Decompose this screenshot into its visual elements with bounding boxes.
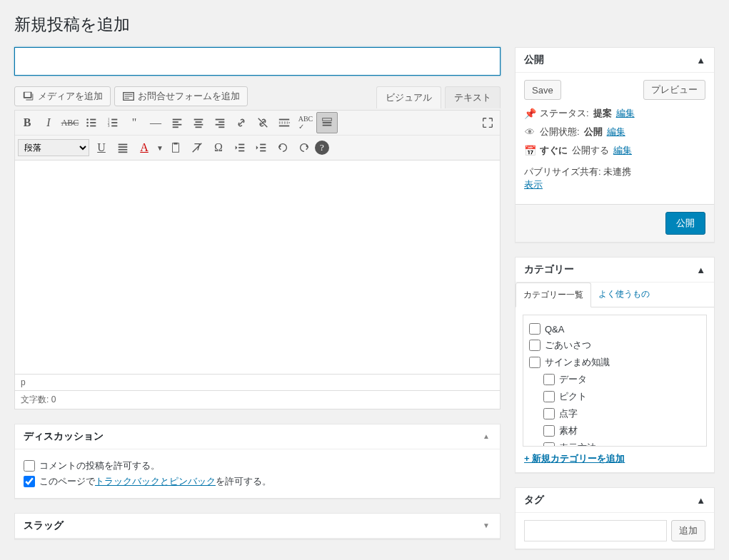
svg-rect-21 bbox=[218, 121, 224, 123]
redo-button[interactable] bbox=[293, 137, 315, 158]
status-row: 📌 ステータス: 提案 編集 bbox=[524, 107, 705, 120]
text-color-button[interactable]: A bbox=[134, 137, 155, 158]
undo-button[interactable] bbox=[272, 137, 293, 158]
allow-pings-checkbox[interactable] bbox=[24, 476, 35, 487]
svg-rect-4 bbox=[90, 122, 96, 123]
allow-comments-row[interactable]: コメントの投稿を許可する。 bbox=[24, 459, 491, 472]
link-button[interactable] bbox=[231, 112, 252, 133]
number-list-button[interactable]: 123 bbox=[102, 112, 124, 133]
editor-statusbar: p bbox=[14, 375, 501, 391]
category-item[interactable]: 表示方法 bbox=[529, 439, 700, 447]
more-button[interactable] bbox=[273, 112, 295, 133]
align-left-button[interactable] bbox=[166, 112, 188, 133]
svg-rect-11 bbox=[111, 126, 117, 127]
align-right-button[interactable] bbox=[209, 112, 231, 133]
discussion-header[interactable]: ディスカッション ▲ bbox=[15, 424, 500, 449]
category-item[interactable]: 点字 bbox=[529, 405, 700, 422]
bullet-list-button[interactable] bbox=[81, 112, 102, 133]
cat-tab-most[interactable]: よく使うもの bbox=[591, 282, 657, 307]
paste-text-button[interactable] bbox=[165, 137, 186, 158]
collapse-icon: ▲ bbox=[696, 55, 705, 66]
text-color-dropdown[interactable]: ▼ bbox=[155, 137, 165, 158]
svg-point-0 bbox=[86, 118, 89, 121]
slug-header[interactable]: スラッグ ▼ bbox=[15, 514, 500, 539]
categories-header[interactable]: カテゴリー ▲ bbox=[516, 258, 714, 282]
toggle-toolbar-button[interactable] bbox=[316, 112, 338, 133]
tab-visual[interactable]: ビジュアル bbox=[376, 86, 441, 108]
clear-format-button[interactable] bbox=[186, 137, 208, 158]
bold-button[interactable]: B bbox=[16, 112, 38, 133]
indent-button[interactable] bbox=[251, 137, 272, 158]
edit-visibility-link[interactable]: 編集 bbox=[607, 126, 625, 138]
svg-rect-13 bbox=[173, 121, 179, 123]
allow-comments-label: コメントの投稿を許可する。 bbox=[39, 459, 160, 472]
visibility-row: 👁 公開状態: 公開 編集 bbox=[524, 126, 705, 138]
help-button[interactable]: ? bbox=[315, 141, 329, 155]
add-contact-form-button[interactable]: お問合せフォームを追加 bbox=[114, 86, 248, 106]
content-editor[interactable] bbox=[14, 161, 501, 375]
spellcheck-button[interactable]: ABC✓ bbox=[295, 112, 316, 133]
svg-rect-5 bbox=[90, 126, 96, 127]
category-item[interactable]: ごあいさつ bbox=[529, 337, 700, 354]
category-item[interactable]: データ bbox=[529, 371, 700, 388]
publish-header[interactable]: 公開 ▲ bbox=[516, 48, 714, 73]
format-select[interactable]: 段落 bbox=[18, 139, 89, 156]
svg-point-1 bbox=[86, 122, 89, 124]
svg-rect-16 bbox=[194, 119, 203, 121]
save-button[interactable]: Save bbox=[524, 80, 561, 100]
allow-comments-checkbox[interactable] bbox=[24, 460, 35, 472]
tab-text[interactable]: テキスト bbox=[445, 86, 501, 108]
svg-rect-14 bbox=[173, 124, 182, 126]
tags-box: タグ ▲ 追加 bbox=[515, 487, 715, 549]
svg-rect-27 bbox=[323, 118, 332, 121]
underline-button[interactable]: U bbox=[91, 137, 112, 158]
categories-title: カテゴリー bbox=[524, 263, 574, 276]
svg-rect-26 bbox=[279, 126, 289, 127]
svg-rect-41 bbox=[260, 151, 266, 152]
sidebar-column: 公開 ▲ Save プレビュー 📌 ステータス: 提案 編集 👁 bbox=[515, 47, 715, 560]
align-justify-buttonops[interactable] bbox=[112, 137, 134, 158]
add-category-link[interactable]: + 新規カテゴリーを追加 bbox=[524, 453, 625, 464]
add-tag-button[interactable]: 追加 bbox=[671, 520, 705, 541]
svg-rect-24 bbox=[279, 119, 289, 121]
category-item[interactable]: 素材 bbox=[529, 422, 700, 439]
category-item[interactable]: サインまめ知識 bbox=[529, 354, 700, 371]
align-center-button[interactable] bbox=[188, 112, 209, 133]
italic-button[interactable]: I bbox=[38, 112, 59, 133]
word-count: 文字数: 0 bbox=[14, 391, 501, 409]
strike-button[interactable]: ABC bbox=[59, 112, 81, 133]
category-item[interactable]: Q&A bbox=[529, 321, 700, 337]
calendar-icon: 📅 bbox=[524, 145, 536, 156]
allow-pings-row[interactable]: このページでトラックバックとピンバックを許可する。 bbox=[24, 475, 491, 488]
svg-rect-40 bbox=[260, 147, 266, 148]
publish-box: 公開 ▲ Save プレビュー 📌 ステータス: 提案 編集 👁 bbox=[515, 47, 715, 243]
trackback-link[interactable]: トラックバックとピンバック bbox=[95, 476, 216, 487]
quote-button[interactable]: " bbox=[124, 112, 145, 133]
preview-button[interactable]: プレビュー bbox=[643, 80, 705, 100]
publish-title: 公開 bbox=[524, 54, 544, 66]
svg-rect-15 bbox=[173, 126, 179, 128]
outdent-button[interactable] bbox=[229, 137, 251, 158]
media-icon bbox=[22, 90, 35, 103]
cat-tab-all[interactable]: カテゴリー一覧 bbox=[516, 282, 591, 307]
special-char-button[interactable]: Ω bbox=[208, 137, 229, 158]
svg-rect-39 bbox=[260, 144, 266, 146]
unlink-button[interactable] bbox=[252, 112, 273, 133]
add-media-button[interactable]: メディアを追加 bbox=[14, 86, 111, 106]
svg-rect-29 bbox=[323, 125, 332, 126]
tags-header[interactable]: タグ ▲ bbox=[516, 488, 714, 513]
category-list[interactable]: Q&A ごあいさつ サインまめ知識 データ ピクト 点字 素材 表示方法 bbox=[523, 315, 707, 447]
expand-icon: ▼ bbox=[483, 521, 491, 530]
category-item[interactable]: ピクト bbox=[529, 388, 700, 405]
publicize-show-link[interactable]: 表示 bbox=[524, 179, 543, 190]
svg-point-2 bbox=[86, 125, 89, 127]
edit-status-link[interactable]: 編集 bbox=[616, 107, 635, 120]
edit-schedule-link[interactable]: 編集 bbox=[613, 144, 632, 157]
tag-input[interactable] bbox=[524, 520, 667, 541]
svg-rect-3 bbox=[90, 119, 96, 121]
collapse-icon: ▲ bbox=[696, 495, 705, 506]
post-title-input[interactable] bbox=[14, 47, 501, 76]
publish-button[interactable]: 公開 bbox=[665, 212, 705, 235]
fullscreen-button[interactable] bbox=[477, 112, 498, 133]
hr-button[interactable]: — bbox=[145, 112, 166, 133]
